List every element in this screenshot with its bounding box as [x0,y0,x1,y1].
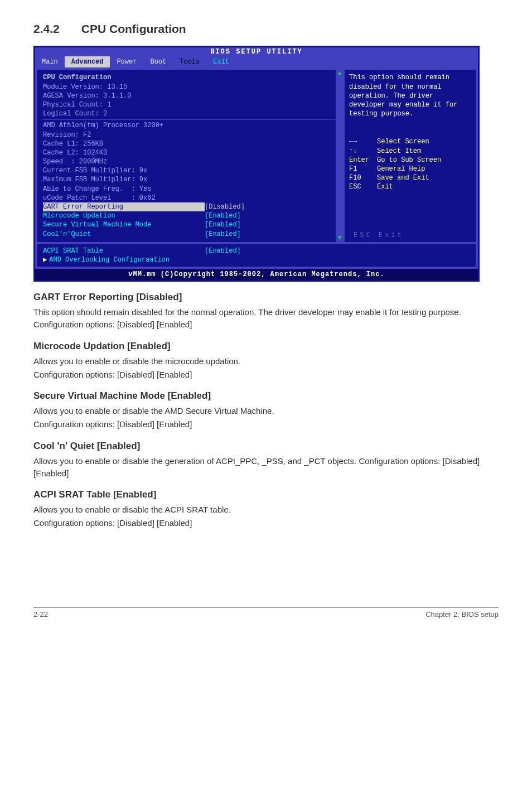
text-microcode-1: Allows you to enable or disable the micr… [33,355,499,368]
legend-select-item: ↑↓Select Item [349,147,471,156]
text-cool: Allows you to enable or disable the gene… [33,455,499,480]
field-svm-label: Secure Virtual Machine Mode [43,220,205,229]
info-line: uCode Patch Level : 0x62 [43,194,337,202]
field-gart-label: GART Error Reporting [43,202,205,211]
legend-esc: ESCExit [349,182,471,191]
text-svm-1: Allows you to enable or disable the AMD … [33,405,499,417]
legend-enter: EnterGo to Sub Screen [349,156,471,165]
info-line: Able to Change Freq. : Yes [43,185,337,194]
field-cool-value: [Enabled] [205,230,241,239]
info-line: Module Version: 13.15 [43,83,337,91]
tab-power[interactable]: Power [110,56,143,67]
subhead-srat: ACPI SRAT Table [Enabled] [33,489,499,500]
field-srat-label: ACPI SRAT Table [43,247,205,255]
info-line: Cache L2: 1024KB [43,148,337,157]
subhead-gart: GART Error Reporting [Disabled] [33,292,499,303]
bios-copyright: vMM.mm (C)Copyright 1985-2002, American … [35,269,478,280]
chapter-label: Chapter 2: BIOS setup [425,610,499,619]
subhead-cool: Cool 'n' Quiet [Enabled] [33,441,499,452]
field-svm[interactable]: Secure Virtual Machine Mode [Enabled] [43,220,337,229]
legend-f1: F1General Help [349,165,471,173]
field-svm-value: [Enabled] [205,220,241,229]
field-cool-label: Cool'n'Quiet [43,230,205,239]
text-srat-2: Configuration options: [Disabled] [Enabl… [33,517,499,529]
field-cool[interactable]: Cool'n'Quiet [Enabled] [43,230,337,239]
text-microcode-2: Configuration options: [Disabled] [Enabl… [33,369,499,381]
tab-exit[interactable]: Exit [206,56,236,67]
field-microcode-label: Microcode Updation [43,211,205,220]
field-srat-value: [Enabled] [205,247,241,255]
triangle-icon: ▶ [43,256,47,264]
bios-title: BIOS SETUP UTILITY [35,47,478,56]
field-gart[interactable]: GART Error Reporting [Disabled] [43,202,337,211]
scrollbar[interactable]: ▲ ▼ [336,70,342,241]
tab-advanced[interactable]: Advanced [65,56,110,67]
tab-tools[interactable]: Tools [173,56,206,67]
info-line: Physical Count: 1 [43,100,337,109]
page-heading: 2.4.2 CPU Configuration [33,22,499,36]
cpu-config-header: CPU Configuration [43,73,337,82]
page-footer: 2-22 Chapter 2: BIOS setup [33,607,499,619]
tab-main[interactable]: Main [35,56,65,67]
field-gart-value: [Disabled] [205,202,245,211]
info-line: Speed : 2000MHz [43,157,337,166]
bios-left-pane: CPU Configuration Module Version: 13.15 … [37,70,342,241]
page-number: 2-22 [33,610,48,619]
submenu-amd-label: AMD Overlooking Configuraation [49,256,170,264]
ghost-exit: ESC Exit [354,231,404,240]
info-line: Cache L1: 256KB [43,139,337,148]
heading-title: CPU Configuration [81,22,186,35]
scroll-down-icon[interactable]: ▼ [338,234,341,242]
heading-number: 2.4.2 [33,22,78,36]
field-microcode-value: [Enabled] [205,211,241,220]
info-line: Maximum FSB Multiplier: 9x [43,175,337,184]
divider [43,119,337,120]
info-line: Logical Count: 2 [43,109,337,118]
info-line: Revision: F2 [43,131,337,139]
bios-lower-pane: ACPI SRAT Table [Enabled] ▶AMD Overlooki… [35,244,478,269]
help-text: This option should remain disabled for t… [349,73,471,118]
legend-f10: F10Save and Exit [349,173,471,182]
field-microcode[interactable]: Microcode Updation [Enabled] [43,211,337,220]
info-line: AGESA Version: 3.1.1.0 [43,91,337,100]
legend-select-screen: ←→Select Screen [349,137,471,146]
bios-help-pane: This option should remain disabled for t… [345,70,476,241]
scroll-up-icon[interactable]: ▲ [338,70,341,78]
bios-window: BIOS SETUP UTILITY Main Advanced Power B… [33,46,480,282]
text-gart: This option should remain disabled for t… [33,306,499,331]
field-srat[interactable]: ACPI SRAT Table [Enabled] [43,247,470,255]
tab-boot[interactable]: Boot [143,56,173,67]
info-line: Current FSB Multiplier: 9x [43,166,337,175]
subhead-svm: Secure Virtual Machine Mode [Enabled] [33,390,499,402]
info-line: AMD Athlon(tm) Processor 3200+ [43,121,337,130]
subhead-microcode: Microcode Updation [Enabled] [33,341,499,352]
submenu-amd-overlooking[interactable]: ▶AMD Overlooking Configuraation [43,255,470,264]
text-svm-2: Configuration options: [Disabled] [Enabl… [33,418,499,431]
bios-tabs: Main Advanced Power Boot Tools Exit [35,56,478,67]
text-srat-1: Allows you to enable or disable the ACPI… [33,504,499,516]
